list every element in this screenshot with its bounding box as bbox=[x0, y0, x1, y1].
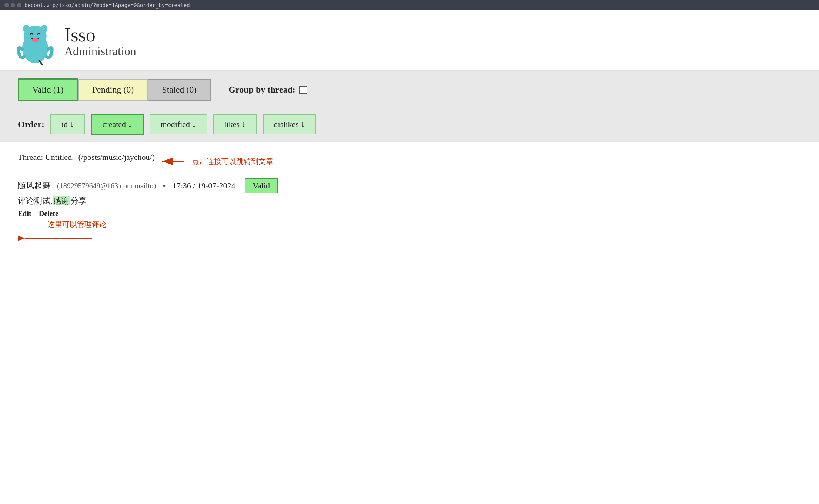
comment-author: 随风起舞 bbox=[18, 180, 50, 191]
app-subtitle: Administration bbox=[64, 44, 136, 58]
order-row: Order: id ↓ created ↓ modified ↓ likes ↓… bbox=[18, 114, 801, 135]
order-btn-dislikes[interactable]: dislikes ↓ bbox=[263, 114, 316, 134]
group-by-label: Group by thread: bbox=[228, 85, 295, 95]
browser-dot bbox=[4, 3, 9, 7]
comment-body-part1: 评论测试, bbox=[18, 196, 53, 205]
comment-actions: Edit Delete bbox=[18, 209, 801, 218]
order-section: Order: id ↓ created ↓ modified ↓ likes ↓… bbox=[0, 108, 819, 142]
bullet: • bbox=[163, 181, 166, 191]
tab-row: Valid (1) Pending (0) Staled (0) Group b… bbox=[18, 78, 801, 101]
comment-body: 评论测试,感谢分享 bbox=[18, 195, 801, 206]
annotation-arrow-thread-icon bbox=[158, 155, 188, 168]
comment-body-part2: 分享 bbox=[70, 196, 87, 205]
annotation-arrow-manage-icon bbox=[18, 230, 99, 246]
group-by-checkbox[interactable] bbox=[299, 86, 307, 94]
group-by-container: Group by thread: bbox=[228, 85, 307, 95]
thread-prefix: Thread: Untitled. bbox=[18, 152, 74, 162]
order-btn-id[interactable]: id ↓ bbox=[50, 114, 85, 134]
browser-url: becool.vip/isso/admin/?mode=1&page=0&ord… bbox=[24, 2, 190, 8]
thread-link[interactable]: (/posts/music/jaychou/) bbox=[78, 152, 155, 162]
tab-valid[interactable]: Valid (1) bbox=[18, 78, 78, 101]
browser-bar: becool.vip/isso/admin/?mode=1&page=0&ord… bbox=[0, 0, 819, 10]
main-content: Thread: Untitled. (/posts/music/jaychou/… bbox=[0, 142, 819, 267]
order-btn-likes[interactable]: likes ↓ bbox=[213, 114, 257, 134]
svg-point-4 bbox=[23, 25, 30, 33]
comment-card: 随风起舞 (18929579649@163.com mailto) • 17:3… bbox=[18, 178, 801, 246]
tab-staled[interactable]: Staled (0) bbox=[148, 79, 211, 101]
edit-button[interactable]: Edit bbox=[18, 209, 31, 218]
header: Isso Administration bbox=[0, 10, 819, 71]
browser-dot bbox=[17, 3, 21, 7]
logo-area: Isso Administration bbox=[64, 24, 136, 58]
thread-line: Thread: Untitled. (/posts/music/jaychou/… bbox=[18, 152, 155, 162]
filter-section: Valid (1) Pending (0) Staled (0) Group b… bbox=[0, 71, 819, 108]
comment-body-highlight: 感谢 bbox=[53, 196, 70, 205]
svg-point-2 bbox=[32, 38, 39, 42]
order-btn-modified[interactable]: modified ↓ bbox=[150, 114, 207, 134]
annotation-manage-text: 这里可以管理评论 bbox=[47, 219, 107, 229]
valid-badge: Valid bbox=[245, 178, 278, 193]
delete-button[interactable]: Delete bbox=[39, 209, 58, 218]
comment-meta: 随风起舞 (18929579649@163.com mailto) • 17:3… bbox=[18, 178, 801, 193]
annotation-thread-text: 点击连接可以跳转到文章 bbox=[192, 157, 273, 167]
order-btn-created[interactable]: created ↓ bbox=[91, 114, 144, 135]
app-title: Isso bbox=[64, 24, 136, 46]
svg-point-5 bbox=[41, 25, 47, 33]
browser-dot bbox=[11, 3, 15, 7]
order-label: Order: bbox=[18, 120, 44, 130]
mascot-logo bbox=[15, 21, 56, 61]
comment-email: (18929579649@163.com mailto) bbox=[57, 182, 156, 190]
browser-dots bbox=[4, 3, 21, 7]
tab-pending[interactable]: Pending (0) bbox=[78, 79, 148, 101]
comment-time: 17:36 / 19-07-2024 bbox=[173, 181, 235, 191]
